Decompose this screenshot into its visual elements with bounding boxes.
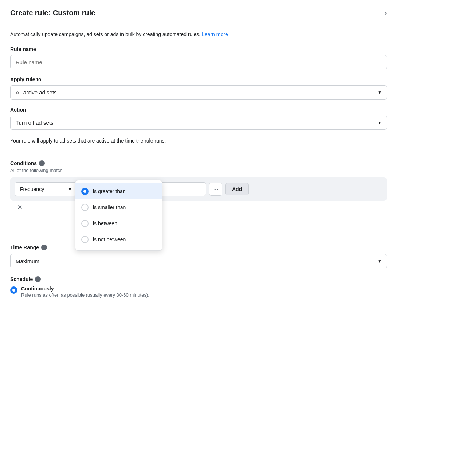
- metric-select[interactable]: Frequency: [15, 182, 77, 196]
- action-select-wrapper: Turn off ad setsTurn on ad setsAdjust bu…: [10, 116, 387, 130]
- radio-inner-greater-than: [83, 190, 86, 193]
- radio-between: [81, 220, 89, 227]
- conditions-header: Conditions i: [10, 160, 387, 166]
- add-condition-button[interactable]: Add: [225, 183, 249, 195]
- conditions-subtext: All of the following match: [10, 168, 387, 173]
- condition-remove-row: ✕: [10, 202, 387, 215]
- radio-greater-than: [81, 188, 89, 195]
- description-text: Automatically update campaigns, ad sets …: [10, 31, 387, 38]
- schedule-radio-continuously[interactable]: [10, 286, 17, 294]
- operator-dropdown: is greater than is smaller than is betwe…: [75, 180, 162, 251]
- schedule-option-continuously: Continuously Rule runs as often as possi…: [10, 286, 387, 298]
- schedule-label: Schedule: [10, 276, 33, 282]
- time-range-info-icon[interactable]: i: [41, 245, 47, 250]
- dropdown-label-not-between: is not between: [93, 237, 126, 242]
- condition-value-input[interactable]: [155, 182, 206, 196]
- dropdown-item-smaller-than[interactable]: is smaller than: [75, 199, 162, 215]
- condition-row: Frequency ▼ is greater than ▼ ··· Add: [10, 177, 387, 201]
- schedule-section: Schedule i Continuously Rule runs as oft…: [10, 276, 387, 298]
- time-range-select-wrapper: Maximum ▼: [10, 254, 387, 268]
- dropdown-item-greater-than[interactable]: is greater than: [75, 183, 162, 199]
- dropdown-label-smaller-than: is smaller than: [93, 204, 126, 210]
- conditions-label: Conditions: [10, 160, 37, 166]
- rule-name-input[interactable]: [10, 55, 387, 69]
- apply-rule-select-wrapper: All active ad setsAll ad setsSpecific ad…: [10, 85, 387, 100]
- dropdown-item-not-between[interactable]: is not between: [75, 231, 162, 247]
- schedule-info-icon[interactable]: i: [35, 276, 41, 282]
- radio-smaller-than: [81, 204, 89, 211]
- schedule-option-subtext: Rule runs as often as possible (usually …: [21, 292, 149, 298]
- time-range-row: Maximum ▼: [10, 254, 387, 268]
- remove-condition-button[interactable]: ✕: [15, 202, 25, 212]
- info-note: Your rule will apply to ad sets that are…: [10, 137, 387, 145]
- dropdown-label-between: is between: [93, 221, 117, 226]
- learn-more-link[interactable]: Learn more: [202, 31, 228, 37]
- time-range-label: Time Range: [10, 245, 39, 250]
- dropdown-label-greater-than: is greater than: [93, 188, 126, 194]
- action-select[interactable]: Turn off ad setsTurn on ad setsAdjust bu…: [10, 116, 387, 130]
- schedule-option-label: Continuously: [21, 286, 149, 292]
- divider: [10, 153, 387, 153]
- schedule-text-wrapper: Continuously Rule runs as often as possi…: [21, 286, 149, 298]
- time-range-select[interactable]: Maximum: [10, 254, 387, 268]
- rule-name-label: Rule name: [10, 46, 387, 52]
- radio-not-between: [81, 236, 89, 243]
- schedule-radio-inner: [12, 289, 15, 292]
- time-range-header: Time Range i: [10, 245, 387, 250]
- time-range-section: Time Range i Maximum ▼: [10, 245, 387, 268]
- page-header: Create rule: Custom rule ›: [10, 9, 387, 23]
- schedule-options: Continuously Rule runs as often as possi…: [10, 286, 387, 298]
- more-options-button[interactable]: ···: [209, 183, 222, 196]
- chevron-right-icon: ›: [385, 9, 387, 17]
- conditions-area: Conditions i All of the following match …: [10, 160, 387, 215]
- metric-select-wrapper: Frequency ▼: [15, 182, 77, 196]
- action-label: Action: [10, 107, 387, 113]
- apply-rule-label: Apply rule to: [10, 77, 387, 82]
- dropdown-item-between[interactable]: is between: [75, 215, 162, 231]
- conditions-info-icon[interactable]: i: [39, 160, 45, 166]
- schedule-header: Schedule i: [10, 276, 387, 282]
- page-title: Create rule: Custom rule: [10, 9, 95, 17]
- apply-rule-select[interactable]: All active ad setsAll ad setsSpecific ad…: [10, 85, 387, 100]
